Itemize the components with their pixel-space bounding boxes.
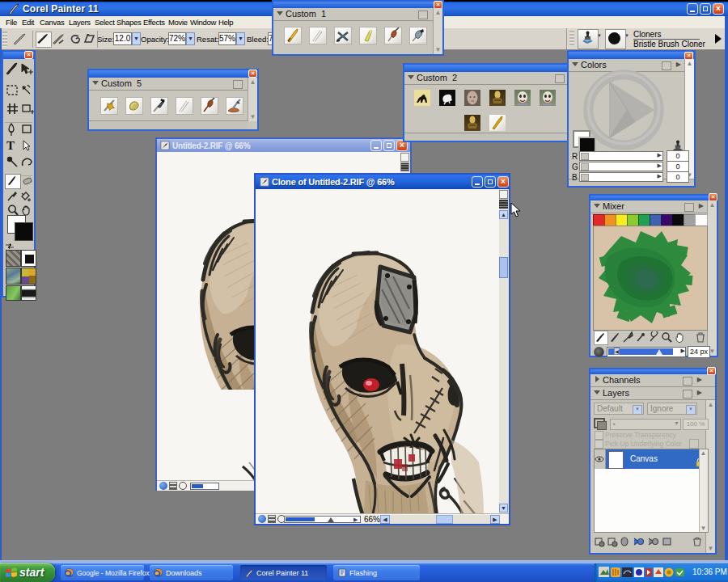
svg-text:T: T [6,139,15,152]
